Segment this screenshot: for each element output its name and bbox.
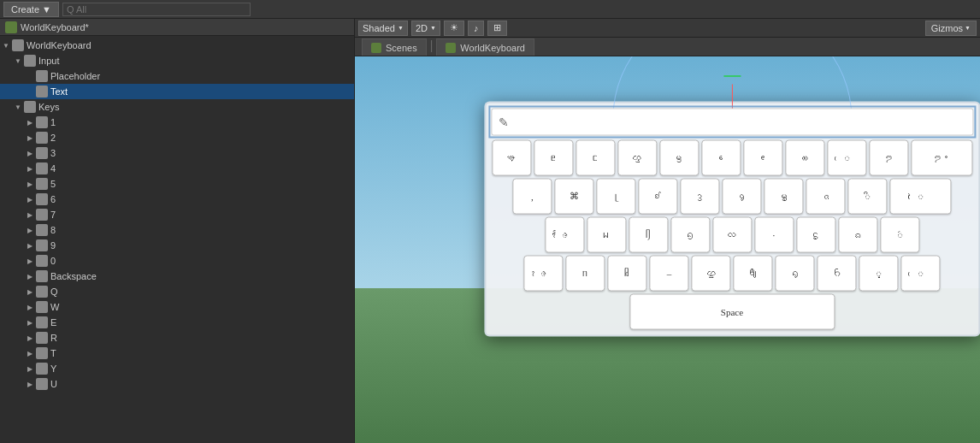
key-r1-k4[interactable]: ᦡ bbox=[680, 178, 719, 214]
tree-arrow-kr[interactable] bbox=[24, 330, 36, 346]
key-r2-k2[interactable]: ᥦ bbox=[629, 216, 668, 252]
tree-item-kq[interactable]: Q bbox=[0, 284, 354, 299]
tree-arrow-k5[interactable] bbox=[24, 176, 36, 192]
space-key[interactable]: Space bbox=[629, 293, 835, 329]
key-r2-k7[interactable]: ᨦ bbox=[838, 216, 877, 252]
tree-arrow-kw[interactable] bbox=[24, 299, 36, 315]
key-r0-k1[interactable]: ᥱ bbox=[534, 139, 573, 175]
tree-arrow-keys[interactable] bbox=[12, 99, 24, 115]
tree-arrow-k2[interactable] bbox=[24, 130, 36, 145]
tree-arrow-kt[interactable] bbox=[24, 346, 36, 361]
tree-arrow-k9[interactable] bbox=[24, 238, 36, 253]
key-r2-k0[interactable]: ᭁ bbox=[545, 216, 584, 252]
key-r0-k6[interactable]: ᧉ bbox=[743, 139, 782, 175]
tree-arrow-k4[interactable] bbox=[24, 161, 36, 176]
tree-item-worldkeyboard[interactable]: WorldKeyboard bbox=[0, 38, 354, 53]
key-r0-k7[interactable]: ᨱ bbox=[785, 139, 824, 175]
key-r0-k4[interactable]: ᦙ bbox=[659, 139, 699, 175]
key-r1-k0[interactable]: , bbox=[512, 178, 552, 214]
tree-arrow-backspace[interactable] bbox=[24, 269, 36, 284]
tree-arrow-k1[interactable] bbox=[24, 115, 36, 130]
tree-item-k8[interactable]: 8 bbox=[0, 222, 354, 238]
tree-arrow-k7[interactable] bbox=[24, 207, 36, 222]
tree-arrow-kq[interactable] bbox=[24, 284, 36, 299]
key-r0-k0[interactable]: ᭒ bbox=[492, 139, 531, 175]
tree-arrow-k3[interactable] bbox=[24, 145, 36, 161]
key-r3-k3[interactable]: – bbox=[649, 255, 688, 291]
tree-item-k4[interactable]: 4 bbox=[0, 161, 354, 176]
tree-item-text[interactable]: Text bbox=[0, 84, 354, 99]
tree-arrow-k8[interactable] bbox=[24, 222, 36, 238]
key-r3-k8[interactable]: ᩠ bbox=[859, 255, 898, 291]
tree-item-keys[interactable]: Keys bbox=[0, 99, 354, 115]
tree-item-kr[interactable]: R bbox=[0, 330, 354, 346]
keyboard-text-field[interactable]: ✎ bbox=[491, 108, 973, 135]
key-r1-k7[interactable]: ᨩ bbox=[806, 178, 845, 214]
key-r2-k6[interactable]: ᧃ bbox=[796, 216, 835, 252]
key-r2-k1[interactable]: ᥕ bbox=[587, 216, 626, 252]
key-r3-k1[interactable]: ᥒ bbox=[565, 255, 605, 291]
tree-arrow-worldkeyboard[interactable] bbox=[0, 38, 12, 53]
tree-icon-kq bbox=[36, 286, 48, 298]
key-r2-k5[interactable]: · bbox=[754, 216, 794, 252]
key-r3-k2[interactable]: ᥤ bbox=[607, 255, 646, 291]
key-r1-k1[interactable]: ⌘ bbox=[554, 178, 593, 214]
key-r3-k0[interactable]: ᭀ bbox=[523, 255, 563, 291]
tree-item-kt[interactable]: T bbox=[0, 346, 354, 361]
tree-arrow-ky[interactable] bbox=[24, 361, 36, 376]
key-r0-k10[interactable]: ᪧ᭐ bbox=[911, 139, 972, 175]
scene-tabs: Scenes | WorldKeyboard bbox=[355, 38, 980, 56]
audio-btn[interactable]: ♪ bbox=[468, 21, 485, 36]
gizmos-button[interactable]: Gizmos bbox=[925, 21, 977, 36]
key-r3-k9[interactable]: ᩮ bbox=[900, 255, 940, 291]
tree-item-input[interactable]: Input bbox=[0, 53, 354, 68]
tree-item-k6[interactable]: 6 bbox=[0, 192, 354, 207]
tree-item-k7[interactable]: 7 bbox=[0, 207, 354, 222]
tree-item-ke[interactable]: E bbox=[0, 315, 354, 330]
tree-label-text: Text bbox=[50, 86, 354, 97]
key-r2-k8[interactable]: ᩢ bbox=[880, 216, 919, 252]
key-r0-k5[interactable]: ᧈ bbox=[701, 139, 741, 175]
create-button[interactable]: Create ▼ bbox=[3, 2, 59, 17]
key-r3-k5[interactable]: ᦿ bbox=[733, 255, 772, 291]
key-r0-k9[interactable]: ᪧ bbox=[869, 139, 908, 175]
dimension-dropdown[interactable]: 2D bbox=[411, 21, 440, 36]
tree-arrow-k6[interactable] bbox=[24, 192, 36, 207]
tree-item-ky[interactable]: Y bbox=[0, 361, 354, 376]
key-r0-k2[interactable]: ᥴ bbox=[576, 139, 615, 175]
tree-item-kw[interactable]: W bbox=[0, 299, 354, 315]
tree-item-k1[interactable]: 1 bbox=[0, 115, 354, 130]
key-r3-k7[interactable]: ᨤ bbox=[817, 255, 856, 291]
key-r0-k3[interactable]: ᦐ bbox=[617, 139, 657, 175]
tree-item-backspace[interactable]: Backspace bbox=[0, 269, 354, 284]
tree-item-k9[interactable]: 9 bbox=[0, 238, 354, 253]
search-input[interactable] bbox=[62, 3, 251, 16]
effects-btn[interactable]: ⊞ bbox=[487, 21, 507, 36]
tab-scenes[interactable]: Scenes bbox=[362, 38, 427, 56]
tree-item-k3[interactable]: 3 bbox=[0, 145, 354, 161]
key-r3-k4[interactable]: ᦛ bbox=[691, 255, 730, 291]
tree-arrow-input[interactable] bbox=[12, 53, 24, 68]
tree-arrow-ke[interactable] bbox=[24, 315, 36, 330]
key-r0-k8[interactable]: ᩮ bbox=[827, 139, 866, 175]
tree-item-k2[interactable]: 2 bbox=[0, 130, 354, 145]
light-btn[interactable]: ☀ bbox=[444, 21, 464, 36]
tree-item-ku[interactable]: U bbox=[0, 376, 354, 392]
key-r3-k6[interactable]: ᧂ bbox=[775, 255, 814, 291]
tree-arrow-ku[interactable] bbox=[24, 376, 36, 392]
tab-worldkeyboard[interactable]: WorldKeyboard bbox=[436, 38, 534, 56]
key-r1-k6[interactable]: ᧄ bbox=[764, 178, 803, 214]
key-r1-k2[interactable]: ᥨ bbox=[596, 178, 635, 214]
hierarchy-tree[interactable]: WorldKeyboardInputPlaceholderTextKeys123… bbox=[0, 36, 354, 443]
tree-item-k0[interactable]: 0 bbox=[0, 253, 354, 269]
tree-item-k5[interactable]: 5 bbox=[0, 176, 354, 192]
key-r2-k3[interactable]: ᦇ bbox=[670, 216, 710, 252]
shading-dropdown[interactable]: Shaded bbox=[358, 21, 408, 36]
key-r1-k9[interactable]: ᩱᩮ bbox=[889, 178, 951, 214]
key-r1-k5[interactable]: ᧁ bbox=[722, 178, 761, 214]
tree-item-placeholder[interactable]: Placeholder bbox=[0, 68, 354, 84]
tree-arrow-k0[interactable] bbox=[24, 253, 36, 269]
key-r1-k8[interactable]: ᩥ bbox=[847, 178, 887, 214]
key-r1-k3[interactable]: ᦊ bbox=[638, 178, 677, 214]
key-r2-k4[interactable]: ᦟ bbox=[712, 216, 752, 252]
